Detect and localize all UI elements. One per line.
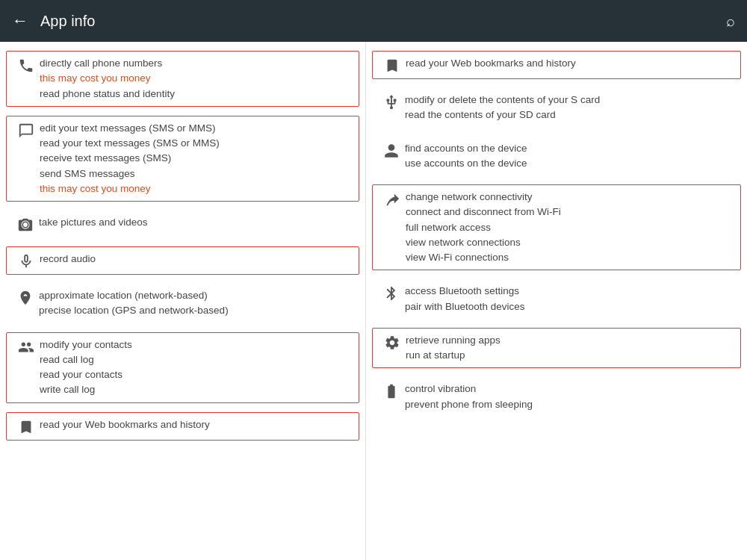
perm-item-accounts: find accounts on the deviceuse accounts … (366, 134, 747, 179)
perm-line-bluetooth-1: pair with Bluetooth devices (405, 299, 735, 314)
perm-item-bookmark-right: read your Web bookmarks and history (372, 51, 741, 79)
perm-text-bluetooth: access Bluetooth settingspair with Bluet… (405, 284, 735, 314)
search-button[interactable]: ⌕ (726, 13, 735, 30)
perm-text-phone: directly call phone numbersthis may cost… (40, 56, 353, 102)
perm-line-storage-0: modify or delete the contents of your S … (405, 93, 735, 108)
perm-item-network: change network connectivityconnect and d… (372, 184, 741, 270)
perm-line-mic-0: record audio (40, 252, 353, 267)
contacts-icon (13, 337, 40, 355)
settings-icon (379, 333, 406, 351)
perm-line-apps-1: run at startup (406, 348, 734, 363)
perm-line-sms-3: send SMS messages (40, 167, 353, 181)
perm-line-network-3: view network connections (406, 235, 734, 250)
perm-text-network: change network connectivityconnect and d… (406, 190, 734, 265)
perm-line-accounts-1: use accounts on the device (405, 156, 735, 171)
perm-item-bluetooth: access Bluetooth settingspair with Bluet… (366, 276, 747, 322)
perm-line-phone-2: read phone status and identity (40, 87, 353, 102)
perm-line-network-4: view Wi-Fi connections (406, 250, 734, 265)
perm-text-mic: record audio (40, 252, 353, 267)
app-bar: ← App info ⌕ (0, 0, 747, 42)
perm-line-network-0: change network connectivity (406, 190, 734, 205)
perm-text-camera: take pictures and videos (39, 215, 353, 230)
perm-text-storage: modify or delete the contents of your S … (405, 93, 735, 123)
perm-line-sms-0: edit your text messages (SMS or MMS) (40, 121, 353, 136)
perm-line-vibration-0: control vibration (405, 382, 735, 396)
perm-line-apps-0: retrieve running apps (406, 333, 734, 348)
left-column: directly call phone numbersthis may cost… (0, 42, 366, 560)
perm-item-sms: edit your text messages (SMS or MMS)read… (6, 116, 359, 202)
perm-line-network-1: connect and disconnect from Wi-Fi (406, 205, 734, 220)
perm-line-bluetooth-0: access Bluetooth settings (405, 284, 735, 299)
perm-item-phone: directly call phone numbersthis may cost… (6, 51, 359, 107)
usb-icon (378, 93, 405, 111)
perm-line-phone-0: directly call phone numbers (40, 56, 353, 71)
perm-item-storage: modify or delete the contents of your S … (366, 85, 747, 131)
perm-line-sms-1: read your text messages (SMS or MMS) (40, 136, 353, 151)
perm-text-accounts: find accounts on the deviceuse accounts … (405, 141, 735, 172)
phone-icon (13, 56, 40, 74)
perm-text-bookmark-right: read your Web bookmarks and history (406, 56, 734, 71)
perm-line-contacts-2: read your contacts (40, 367, 353, 382)
person-icon (378, 141, 405, 159)
perm-line-storage-1: read the contents of your SD card (405, 108, 735, 122)
right-column: read your Web bookmarks and historymodif… (366, 42, 747, 560)
perm-item-mic: record audio (6, 246, 359, 275)
back-button[interactable]: ← (12, 11, 28, 31)
sms-icon (13, 121, 40, 139)
perm-line-bookmark-left-0: read your Web bookmarks and history (40, 417, 353, 432)
perm-line-bookmark-right-0: read your Web bookmarks and history (406, 56, 734, 71)
perm-text-sms: edit your text messages (SMS or MMS)read… (40, 121, 353, 196)
bookmark-icon (13, 417, 40, 435)
perm-line-location-0: approximate location (network-based) (39, 288, 353, 303)
perm-text-location: approximate location (network-based)prec… (39, 288, 353, 319)
perm-item-vibration: control vibrationprevent phone from slee… (366, 374, 747, 420)
perm-line-contacts-3: write call log (40, 382, 353, 397)
battery-icon (378, 382, 405, 399)
perm-line-location-1: precise location (GPS and network-based) (39, 303, 353, 318)
perm-text-vibration: control vibrationprevent phone from slee… (405, 382, 735, 412)
perm-line-accounts-0: find accounts on the device (405, 141, 735, 156)
perm-item-camera: take pictures and videos (0, 208, 365, 240)
perm-line-contacts-1: read call log (40, 352, 353, 367)
bookmark-icon (379, 56, 406, 74)
perm-line-phone-1: this may cost you money (40, 71, 353, 86)
content-area: directly call phone numbersthis may cost… (0, 42, 747, 560)
perm-item-location: approximate location (network-based)prec… (0, 281, 365, 326)
location-icon (12, 288, 39, 306)
network-icon (379, 190, 406, 208)
perm-item-contacts: modify your contactsread call logread yo… (6, 332, 359, 403)
perm-item-bookmark-left: read your Web bookmarks and history (6, 412, 359, 441)
page-title: App info (40, 13, 726, 30)
perm-text-contacts: modify your contactsread call logread yo… (40, 337, 353, 398)
perm-line-network-2: full network access (406, 220, 734, 235)
mic-icon (13, 252, 40, 270)
perm-line-vibration-1: prevent phone from sleeping (405, 397, 735, 412)
perm-line-sms-4: this may cost you money (40, 181, 353, 196)
perm-line-camera-0: take pictures and videos (39, 215, 353, 230)
perm-line-contacts-0: modify your contacts (40, 337, 353, 352)
perm-item-apps: retrieve running appsrun at startup (372, 328, 741, 369)
perm-text-apps: retrieve running appsrun at startup (406, 333, 734, 364)
camera-icon (12, 215, 39, 233)
bluetooth-icon (378, 284, 405, 302)
perm-text-bookmark-left: read your Web bookmarks and history (40, 417, 353, 432)
perm-line-sms-2: receive text messages (SMS) (40, 151, 353, 166)
